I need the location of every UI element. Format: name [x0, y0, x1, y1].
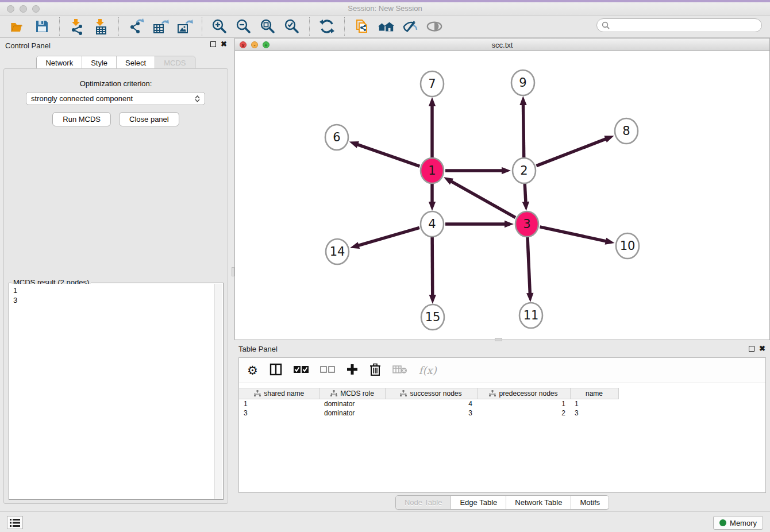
graph-edge[interactable] [525, 184, 526, 203]
cell-predecessor-nodes[interactable]: 1 [477, 399, 570, 408]
cell-successor-nodes[interactable]: 3 [385, 408, 477, 418]
show-columns-icon[interactable] [270, 363, 282, 378]
apply-layout-icon[interactable] [318, 18, 336, 35]
import-table-icon[interactable] [93, 18, 110, 35]
tab-style[interactable]: Style [82, 56, 117, 70]
graph-node-label: 1 [428, 164, 436, 178]
network-window-titlebar[interactable]: x - + scc.txt [234, 38, 770, 51]
column-header-name[interactable]: name [570, 388, 618, 399]
table-panel-body: ⚙ f(x) [238, 357, 766, 493]
delete-columns-icon[interactable] [369, 363, 381, 378]
table-toolbar: ⚙ f(x) [239, 358, 765, 383]
optimization-criterion-label: Optimization criterion: [4, 79, 228, 88]
cell-name[interactable]: 1 [570, 399, 618, 408]
search-input[interactable] [610, 20, 761, 30]
export-network-icon[interactable] [128, 18, 145, 35]
table-panel-header: Table Panel ✖ [234, 342, 770, 357]
cell-shared-name[interactable]: 3 [239, 408, 319, 418]
tab-select[interactable]: Select [117, 56, 155, 70]
search-box[interactable] [596, 18, 762, 32]
optimization-criterion-select[interactable]: strongly connected component [26, 92, 205, 105]
table-options-icon[interactable]: ⚙ [247, 364, 258, 377]
selected-option: strongly connected component [31, 94, 195, 103]
task-history-button[interactable] [7, 516, 23, 529]
deselect-all-columns-icon[interactable] [320, 365, 335, 376]
graph-edge[interactable] [432, 237, 433, 296]
network-graph[interactable]: 1234678910111415 [235, 51, 769, 339]
graph-edge[interactable] [540, 227, 606, 241]
export-image-icon[interactable] [176, 18, 193, 35]
list-icon [10, 519, 20, 527]
cell-mcds-role[interactable]: dominator [319, 399, 385, 408]
close-table-panel-icon[interactable]: ✖ [759, 346, 765, 352]
open-session-icon[interactable] [9, 18, 26, 35]
node-table[interactable]: shared name MCDS role successor nodes pr… [239, 388, 619, 418]
graph-edge-arrowhead [522, 202, 529, 211]
network-window-title: scc.txt [235, 41, 769, 49]
add-column-icon[interactable] [346, 364, 358, 377]
column-header-successor-nodes[interactable]: successor nodes [385, 388, 477, 399]
window-titlebar: Session: New Session [0, 0, 770, 16]
tab-edge-table[interactable]: Edge Table [451, 496, 506, 509]
tab-network-table[interactable]: Network Table [506, 496, 571, 509]
save-session-icon[interactable] [33, 18, 51, 35]
column-header-predecessor-nodes[interactable]: predecessor nodes [477, 388, 570, 399]
graph-edge[interactable] [536, 138, 606, 165]
tab-network[interactable]: Network [37, 56, 82, 70]
zoom-fit-icon[interactable] [259, 18, 276, 35]
cell-mcds-role[interactable]: dominator [319, 408, 385, 418]
tab-mcds[interactable]: MCDS [155, 56, 194, 70]
graph-edge-arrowhead [429, 97, 436, 106]
graph-node-label: 3 [523, 217, 530, 231]
chevron-updown-icon [195, 95, 200, 102]
memory-button[interactable]: Memory [713, 516, 763, 530]
cell-predecessor-nodes[interactable]: 2 [477, 408, 570, 418]
float-table-panel-icon[interactable] [749, 346, 754, 352]
graph-edge[interactable] [358, 228, 419, 245]
select-all-columns-icon[interactable] [294, 365, 309, 376]
tab-motifs[interactable]: Motifs [571, 496, 609, 509]
result-scrollbar[interactable] [214, 284, 222, 499]
run-mcds-button[interactable]: Run MCDS [52, 112, 111, 126]
show-hide-style-icon[interactable] [402, 18, 419, 35]
table-row[interactable]: 1 dominator 4 1 1 [239, 399, 618, 408]
cell-shared-name[interactable]: 1 [239, 399, 319, 408]
graph-edge[interactable] [528, 237, 530, 294]
column-type-icon [489, 390, 496, 397]
horizontal-splitter-handle[interactable] [495, 338, 502, 341]
tab-node-table[interactable]: Node Table [396, 496, 452, 509]
cell-successor-nodes[interactable]: 4 [385, 399, 477, 408]
graph-edge-arrowhead [505, 221, 514, 228]
column-header-mcds-role[interactable]: MCDS role [319, 388, 385, 399]
mcds-result-text[interactable]: 1 3 [10, 284, 214, 499]
result-line: 1 [13, 286, 211, 295]
delete-table-icon [392, 365, 407, 376]
cell-name[interactable]: 3 [570, 408, 618, 418]
show-hide-view-icon[interactable] [426, 18, 443, 35]
graph-edge-arrowhead [605, 238, 615, 245]
zoom-out-icon[interactable] [235, 18, 252, 35]
import-network-icon[interactable] [68, 18, 86, 35]
close-panel-icon[interactable]: ✖ [221, 41, 227, 47]
graph-edge-arrowhead [429, 295, 436, 304]
toolbar-separator [202, 17, 202, 36]
column-header-shared-name[interactable]: shared name [239, 388, 319, 399]
network-canvas[interactable]: 1234678910111415 [234, 51, 770, 340]
window-title: Session: New Session [0, 4, 770, 13]
graph-edge-arrowhead [350, 242, 360, 249]
close-panel-button[interactable]: Close panel [119, 112, 179, 126]
status-bar: Memory [0, 511, 770, 532]
network-view-window: x - + scc.txt 1234678910111415 [234, 38, 770, 340]
graph-edge[interactable] [523, 104, 523, 157]
table-row[interactable]: 3 dominator 3 2 3 [239, 408, 618, 418]
zoom-in-icon[interactable] [211, 18, 228, 35]
graph-edge[interactable] [451, 181, 515, 218]
graph-edge[interactable] [357, 144, 419, 166]
float-panel-icon[interactable] [210, 41, 216, 47]
graph-edge-arrowhead [519, 96, 526, 105]
show-all-networks-icon[interactable] [378, 18, 395, 35]
result-line: 3 [13, 295, 211, 305]
clone-network-icon[interactable] [353, 18, 371, 35]
zoom-selected-icon[interactable] [283, 18, 301, 35]
export-table-icon[interactable] [152, 18, 169, 35]
